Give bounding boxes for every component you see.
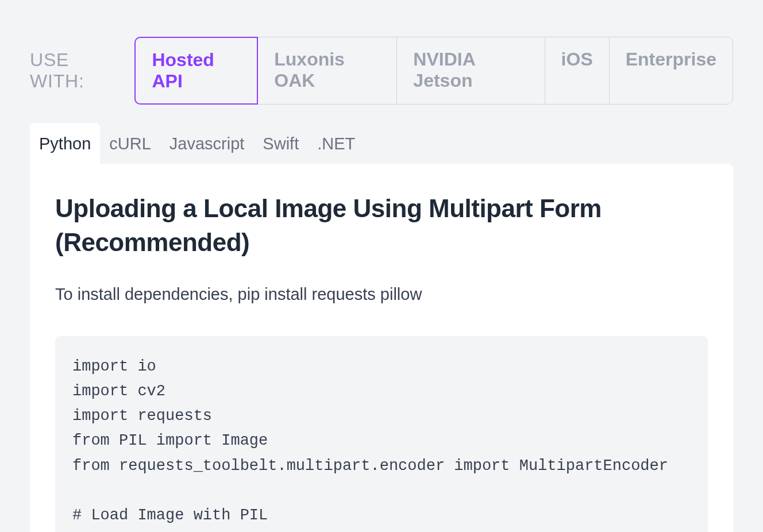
lang-tab-python[interactable]: Python <box>30 123 100 164</box>
platform-tab-nvidia-jetson[interactable]: NVIDIA Jetson <box>396 37 545 105</box>
use-with-row: USE WITH: Hosted API Luxonis OAK NVIDIA … <box>30 37 733 105</box>
lang-tab-swift[interactable]: Swift <box>253 123 308 164</box>
use-with-label: USE WITH: <box>30 49 124 92</box>
content-panel: Uploading a Local Image Using Multipart … <box>30 164 733 532</box>
platform-tab-ios[interactable]: iOS <box>545 37 610 105</box>
section-title: Uploading a Local Image Using Multipart … <box>55 191 708 260</box>
platform-tab-hosted-api[interactable]: Hosted API <box>134 37 258 105</box>
language-tabs: Python cURL Javascript Swift .NET <box>30 123 733 164</box>
code-block: import io import cv2 import requests fro… <box>55 336 708 532</box>
platform-tab-luxonis-oak[interactable]: Luxonis OAK <box>257 37 397 105</box>
lang-tab-javascript[interactable]: Javascript <box>160 123 254 164</box>
section-description: To install dependencies, pip install req… <box>55 285 708 304</box>
platform-tab-enterprise[interactable]: Enterprise <box>609 37 733 105</box>
lang-tab-curl[interactable]: cURL <box>100 123 160 164</box>
lang-tab-dotnet[interactable]: .NET <box>308 123 364 164</box>
platform-tabs: Hosted API Luxonis OAK NVIDIA Jetson iOS… <box>134 37 733 105</box>
